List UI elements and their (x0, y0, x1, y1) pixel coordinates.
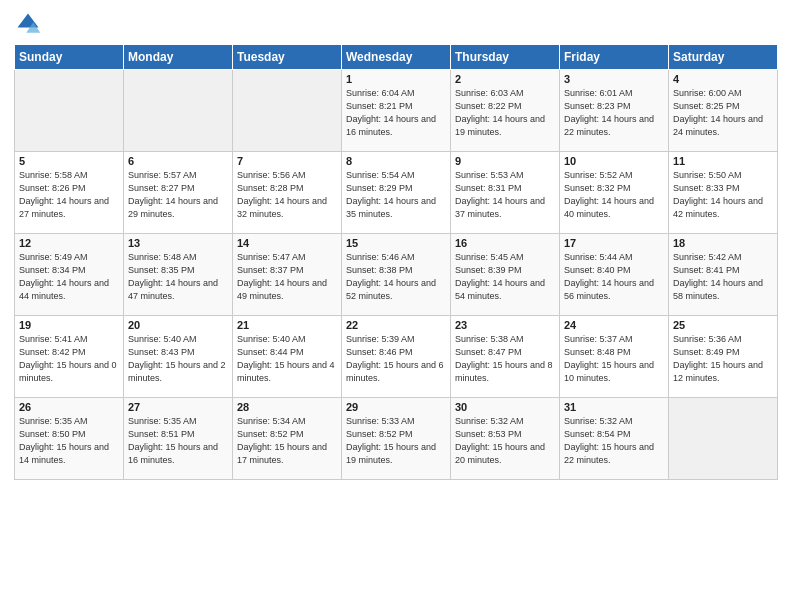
calendar-cell (233, 70, 342, 152)
calendar-cell: 3 Sunrise: 6:01 AM Sunset: 8:23 PM Dayli… (560, 70, 669, 152)
day-info: Sunrise: 5:37 AM Sunset: 8:48 PM Dayligh… (564, 333, 664, 385)
calendar-cell: 17 Sunrise: 5:44 AM Sunset: 8:40 PM Dayl… (560, 234, 669, 316)
day-info: Sunrise: 6:04 AM Sunset: 8:21 PM Dayligh… (346, 87, 446, 139)
day-info: Sunrise: 5:35 AM Sunset: 8:50 PM Dayligh… (19, 415, 119, 467)
calendar-week-row: 1 Sunrise: 6:04 AM Sunset: 8:21 PM Dayli… (15, 70, 778, 152)
day-info: Sunrise: 5:56 AM Sunset: 8:28 PM Dayligh… (237, 169, 337, 221)
day-info: Sunrise: 5:40 AM Sunset: 8:44 PM Dayligh… (237, 333, 337, 385)
calendar-cell: 16 Sunrise: 5:45 AM Sunset: 8:39 PM Dayl… (451, 234, 560, 316)
calendar-cell: 24 Sunrise: 5:37 AM Sunset: 8:48 PM Dayl… (560, 316, 669, 398)
day-number: 8 (346, 155, 446, 167)
calendar-cell: 18 Sunrise: 5:42 AM Sunset: 8:41 PM Dayl… (669, 234, 778, 316)
calendar-cell: 15 Sunrise: 5:46 AM Sunset: 8:38 PM Dayl… (342, 234, 451, 316)
day-info: Sunrise: 5:44 AM Sunset: 8:40 PM Dayligh… (564, 251, 664, 303)
day-number: 19 (19, 319, 119, 331)
day-info: Sunrise: 5:48 AM Sunset: 8:35 PM Dayligh… (128, 251, 228, 303)
calendar-cell: 11 Sunrise: 5:50 AM Sunset: 8:33 PM Dayl… (669, 152, 778, 234)
day-info: Sunrise: 5:39 AM Sunset: 8:46 PM Dayligh… (346, 333, 446, 385)
day-info: Sunrise: 5:52 AM Sunset: 8:32 PM Dayligh… (564, 169, 664, 221)
day-info: Sunrise: 6:03 AM Sunset: 8:22 PM Dayligh… (455, 87, 555, 139)
day-number: 24 (564, 319, 664, 331)
day-number: 22 (346, 319, 446, 331)
weekday-header-saturday: Saturday (669, 45, 778, 70)
calendar-cell: 4 Sunrise: 6:00 AM Sunset: 8:25 PM Dayli… (669, 70, 778, 152)
calendar-cell: 31 Sunrise: 5:32 AM Sunset: 8:54 PM Dayl… (560, 398, 669, 480)
day-number: 27 (128, 401, 228, 413)
day-info: Sunrise: 5:34 AM Sunset: 8:52 PM Dayligh… (237, 415, 337, 467)
calendar-cell: 20 Sunrise: 5:40 AM Sunset: 8:43 PM Dayl… (124, 316, 233, 398)
calendar-cell: 30 Sunrise: 5:32 AM Sunset: 8:53 PM Dayl… (451, 398, 560, 480)
calendar-cell: 1 Sunrise: 6:04 AM Sunset: 8:21 PM Dayli… (342, 70, 451, 152)
calendar-cell: 21 Sunrise: 5:40 AM Sunset: 8:44 PM Dayl… (233, 316, 342, 398)
day-info: Sunrise: 5:36 AM Sunset: 8:49 PM Dayligh… (673, 333, 773, 385)
day-number: 5 (19, 155, 119, 167)
day-number: 20 (128, 319, 228, 331)
day-info: Sunrise: 5:54 AM Sunset: 8:29 PM Dayligh… (346, 169, 446, 221)
day-number: 9 (455, 155, 555, 167)
day-number: 16 (455, 237, 555, 249)
day-number: 2 (455, 73, 555, 85)
day-number: 17 (564, 237, 664, 249)
weekday-header-row: SundayMondayTuesdayWednesdayThursdayFrid… (15, 45, 778, 70)
day-number: 21 (237, 319, 337, 331)
day-number: 29 (346, 401, 446, 413)
day-info: Sunrise: 5:53 AM Sunset: 8:31 PM Dayligh… (455, 169, 555, 221)
weekday-header-monday: Monday (124, 45, 233, 70)
calendar-week-row: 19 Sunrise: 5:41 AM Sunset: 8:42 PM Dayl… (15, 316, 778, 398)
day-info: Sunrise: 5:38 AM Sunset: 8:47 PM Dayligh… (455, 333, 555, 385)
calendar-cell: 8 Sunrise: 5:54 AM Sunset: 8:29 PM Dayli… (342, 152, 451, 234)
day-number: 11 (673, 155, 773, 167)
day-info: Sunrise: 5:58 AM Sunset: 8:26 PM Dayligh… (19, 169, 119, 221)
calendar-cell: 22 Sunrise: 5:39 AM Sunset: 8:46 PM Dayl… (342, 316, 451, 398)
day-number: 26 (19, 401, 119, 413)
calendar-cell: 10 Sunrise: 5:52 AM Sunset: 8:32 PM Dayl… (560, 152, 669, 234)
calendar-cell: 5 Sunrise: 5:58 AM Sunset: 8:26 PM Dayli… (15, 152, 124, 234)
day-number: 3 (564, 73, 664, 85)
calendar-week-row: 12 Sunrise: 5:49 AM Sunset: 8:34 PM Dayl… (15, 234, 778, 316)
day-info: Sunrise: 5:50 AM Sunset: 8:33 PM Dayligh… (673, 169, 773, 221)
day-info: Sunrise: 5:32 AM Sunset: 8:53 PM Dayligh… (455, 415, 555, 467)
weekday-header-sunday: Sunday (15, 45, 124, 70)
day-info: Sunrise: 5:32 AM Sunset: 8:54 PM Dayligh… (564, 415, 664, 467)
day-info: Sunrise: 5:41 AM Sunset: 8:42 PM Dayligh… (19, 333, 119, 385)
calendar-cell (15, 70, 124, 152)
day-number: 7 (237, 155, 337, 167)
weekday-header-thursday: Thursday (451, 45, 560, 70)
calendar-cell: 27 Sunrise: 5:35 AM Sunset: 8:51 PM Dayl… (124, 398, 233, 480)
calendar-cell: 7 Sunrise: 5:56 AM Sunset: 8:28 PM Dayli… (233, 152, 342, 234)
logo (14, 10, 46, 38)
day-number: 10 (564, 155, 664, 167)
day-number: 14 (237, 237, 337, 249)
calendar-table: SundayMondayTuesdayWednesdayThursdayFrid… (14, 44, 778, 480)
calendar-cell: 26 Sunrise: 5:35 AM Sunset: 8:50 PM Dayl… (15, 398, 124, 480)
calendar-cell: 29 Sunrise: 5:33 AM Sunset: 8:52 PM Dayl… (342, 398, 451, 480)
calendar-cell (669, 398, 778, 480)
weekday-header-friday: Friday (560, 45, 669, 70)
calendar-cell: 9 Sunrise: 5:53 AM Sunset: 8:31 PM Dayli… (451, 152, 560, 234)
day-number: 1 (346, 73, 446, 85)
calendar-week-row: 5 Sunrise: 5:58 AM Sunset: 8:26 PM Dayli… (15, 152, 778, 234)
page-header (14, 10, 778, 38)
calendar-week-row: 26 Sunrise: 5:35 AM Sunset: 8:50 PM Dayl… (15, 398, 778, 480)
day-info: Sunrise: 5:57 AM Sunset: 8:27 PM Dayligh… (128, 169, 228, 221)
day-number: 30 (455, 401, 555, 413)
calendar-cell: 25 Sunrise: 5:36 AM Sunset: 8:49 PM Dayl… (669, 316, 778, 398)
calendar-cell: 23 Sunrise: 5:38 AM Sunset: 8:47 PM Dayl… (451, 316, 560, 398)
day-number: 13 (128, 237, 228, 249)
day-number: 28 (237, 401, 337, 413)
calendar-cell: 13 Sunrise: 5:48 AM Sunset: 8:35 PM Dayl… (124, 234, 233, 316)
day-info: Sunrise: 5:35 AM Sunset: 8:51 PM Dayligh… (128, 415, 228, 467)
day-info: Sunrise: 5:40 AM Sunset: 8:43 PM Dayligh… (128, 333, 228, 385)
day-number: 31 (564, 401, 664, 413)
calendar-cell: 19 Sunrise: 5:41 AM Sunset: 8:42 PM Dayl… (15, 316, 124, 398)
calendar-cell: 12 Sunrise: 5:49 AM Sunset: 8:34 PM Dayl… (15, 234, 124, 316)
logo-icon (14, 10, 42, 38)
calendar-cell: 28 Sunrise: 5:34 AM Sunset: 8:52 PM Dayl… (233, 398, 342, 480)
day-number: 15 (346, 237, 446, 249)
day-number: 25 (673, 319, 773, 331)
day-info: Sunrise: 5:46 AM Sunset: 8:38 PM Dayligh… (346, 251, 446, 303)
calendar-cell: 2 Sunrise: 6:03 AM Sunset: 8:22 PM Dayli… (451, 70, 560, 152)
day-info: Sunrise: 5:45 AM Sunset: 8:39 PM Dayligh… (455, 251, 555, 303)
day-number: 4 (673, 73, 773, 85)
day-info: Sunrise: 6:00 AM Sunset: 8:25 PM Dayligh… (673, 87, 773, 139)
